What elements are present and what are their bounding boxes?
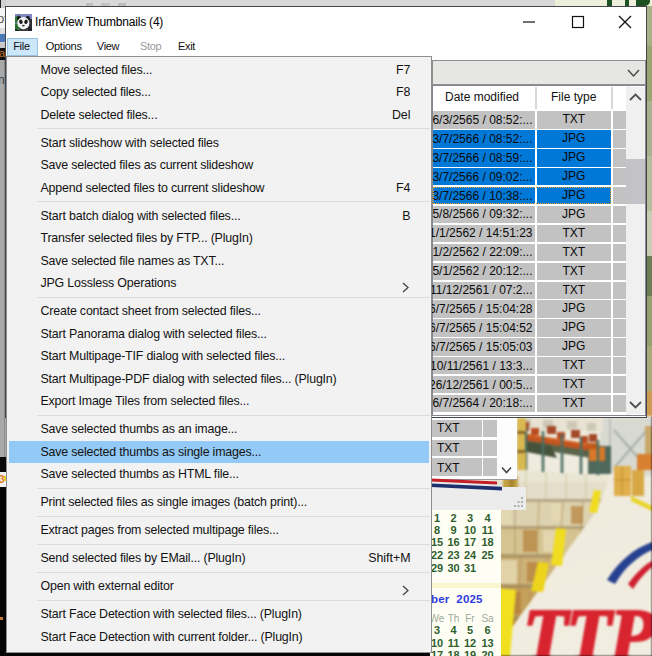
svg-text:TTP: TTP [523, 594, 652, 656]
